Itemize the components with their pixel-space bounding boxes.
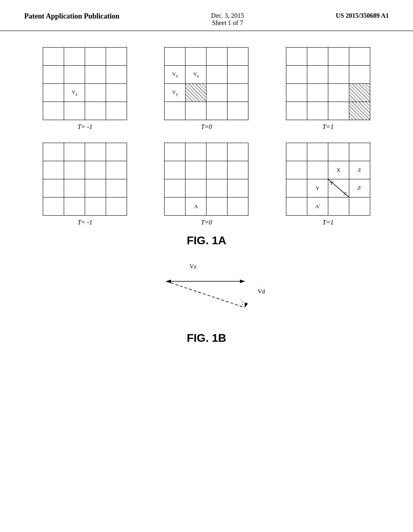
time-label-r1-t-1: T= -1 [77,123,92,131]
cell [206,48,227,66]
cell [206,66,227,84]
cell [85,143,106,161]
cell [328,48,349,66]
grid-r2-t0: A T=0 [164,143,248,226]
cell [165,48,186,66]
grid-r1-t0: Vx Vz Vy T=0 [164,47,248,131]
cell [165,102,186,120]
fig1b-svg [142,269,271,326]
publication-title: Patent Application Publication [24,12,119,21]
cell [85,197,106,216]
time-label-r2-t-1: T= -1 [77,219,92,226]
cell [307,102,328,120]
cell [227,179,248,197]
cell [286,179,307,197]
time-label-r1-t1: T=1 [322,123,334,131]
cell [85,48,106,66]
cell [307,84,328,102]
grid-table-r2-t0: A [164,143,248,216]
cell [286,197,307,216]
cell [64,48,85,66]
cell [206,197,227,216]
cell [206,84,227,102]
cell [165,179,186,197]
publication-date: Dec. 3, 2015 Sheet 1 of 7 [211,12,244,27]
svg-line-5 [166,281,245,308]
cell [186,143,206,161]
table-row [43,161,127,179]
table-row: X Z [286,161,370,179]
cell [206,102,227,120]
cell [307,66,328,84]
cell [349,48,370,66]
fig1b-label: FIG. 1B [187,332,226,345]
cell [85,102,106,120]
table-row: A [165,197,248,216]
cell [85,179,106,197]
table-row [165,161,248,179]
cell [43,48,64,66]
table-row: Y Y' X' Z' [286,179,370,197]
table-row [165,143,248,161]
cell [64,179,85,197]
cell-hatched [349,102,370,120]
cell-y: Y [307,179,328,197]
cell [85,84,106,102]
cell [106,66,127,84]
cell [106,161,127,179]
cell [43,66,64,84]
cell-vy: Vy [165,84,186,102]
table-row [286,143,370,161]
cell [286,102,307,120]
cell [286,143,307,161]
time-label-r2-t1: T=1 [322,219,334,226]
cell [328,66,349,84]
grid-table-r1-t1 [286,47,370,120]
cell-a: A [186,197,206,216]
cell [286,66,307,84]
cell-vx: Vx [165,66,186,84]
cell [43,102,64,120]
cell [186,48,206,66]
grid-r1-t-1: Va T= -1 [43,47,127,131]
cell [328,84,349,102]
grid-r2-t1: X Z Y Y' X' Z' [286,143,370,226]
cell [206,143,227,161]
grid-table-r2-t1: X Z Y Y' X' Z' [286,143,370,216]
cell [227,84,248,102]
table-row: A' [286,197,370,216]
cell [106,102,127,120]
cell [106,179,127,197]
cell-aprime: A' [307,197,328,216]
table-row [43,143,127,161]
patent-number: US 2015/350689 A1 [336,12,389,19]
table-row [43,102,127,120]
cell [286,48,307,66]
cell-x: X [328,161,349,179]
cell [349,66,370,84]
table-row [286,102,370,120]
grid-table-r1-t-1: Va [43,47,127,120]
cell-diag-yx: Y' X' [328,179,349,197]
cell [328,143,349,161]
table-row [43,48,127,66]
table-row [286,66,370,84]
cell [349,197,370,216]
cell [106,143,127,161]
table-row [165,102,248,120]
table-row [165,179,248,197]
cell [307,161,328,179]
table-row [286,84,370,102]
cell [227,197,248,216]
cell [227,143,248,161]
cell [43,143,64,161]
cell [43,197,64,216]
cell [227,102,248,120]
cell [227,161,248,179]
fig1a-bottom-row: T= -1 [24,143,389,226]
grid-table-r2-t-1 [43,143,127,216]
cell [227,48,248,66]
fig1b-diagram: Vz Vd [142,263,271,320]
grid-r2-t-1: T= -1 [43,143,127,226]
cell [165,143,186,161]
